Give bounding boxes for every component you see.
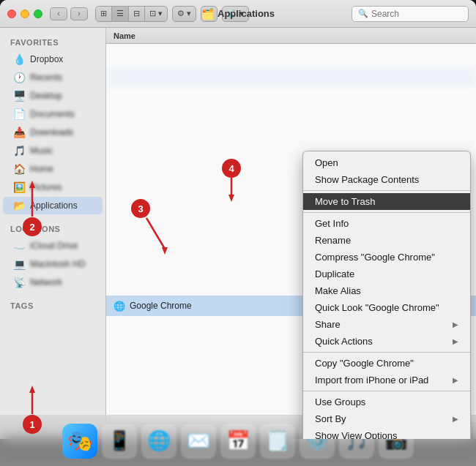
sidebar-item-network[interactable]: 📡 Network [3, 274, 103, 291]
traffic-lights [7, 10, 42, 18]
sidebar-item-music[interactable]: 🎵 Music [3, 142, 103, 159]
sidebar-item-pictures[interactable]: 🖼️ Pictures [3, 178, 103, 196]
back-button[interactable]: ‹ [50, 7, 67, 20]
sidebar-item-label: Documents [30, 109, 75, 119]
sidebar-item-recents[interactable]: 🕐 Recents [3, 69, 103, 86]
dock-app-icon: 📱 [108, 429, 131, 452]
menu-item-label: Duplicate [315, 268, 354, 279]
file-row[interactable] [106, 129, 476, 149]
dock-item-3[interactable]: ✉️ [181, 424, 216, 459]
sidebar-item-label: Desktop [30, 91, 62, 101]
menu-item-use-groups[interactable]: Use Groups [303, 394, 470, 410]
pictures-icon: 🖼️ [13, 181, 25, 193]
finder-window: ‹ › ⊞ ☰ ⊟ ⊡ ▾ ⚙ ▾ ⬆ 📡 ▾ 🗂️ Applications [0, 0, 476, 439]
menu-item-label: Quick Look "Google Chrome" [315, 302, 439, 313]
hd-icon: 💻 [13, 258, 25, 270]
recents-icon: 🕐 [13, 72, 25, 83]
dock-item-2[interactable]: 🌐 [141, 424, 176, 459]
menu-item-quick-look[interactable]: Quick Look "Google Chrome" [303, 299, 470, 316]
sidebar: Favorites 💧 Dropbox 🕐 Recents 🖥️ Desktop… [0, 28, 106, 439]
sidebar-item-applications[interactable]: 📂 Applications [3, 197, 103, 214]
maximize-button[interactable] [34, 10, 42, 18]
menu-item-trash[interactable]: Move to Trash [303, 193, 470, 210]
applications-icon: 📂 [13, 200, 25, 211]
nav-buttons: ‹ › [50, 7, 88, 20]
menu-item-duplicate[interactable]: Duplicate [303, 266, 470, 282]
submenu-arrow-icon: ▶ [453, 337, 458, 345]
downloads-icon: 📥 [13, 127, 25, 138]
file-row[interactable] [106, 67, 476, 88]
desktop-icon: 🖥️ [13, 90, 25, 102]
search-bar[interactable]: 🔍 [352, 6, 469, 22]
sidebar-item-label: Applications [30, 200, 78, 211]
dock-item-5[interactable]: 🗒️ [260, 424, 295, 459]
window-title-area: 🗂️ Applications [201, 8, 275, 20]
menu-item-label: Import from iPhone or iPad [315, 375, 428, 386]
menu-item-label: Rename [315, 235, 351, 246]
menu-item-label: Sort By [315, 413, 346, 424]
sidebar-item-documents[interactable]: 📄 Documents [3, 105, 103, 123]
sidebar-item-desktop[interactable]: 🖥️ Desktop [3, 87, 103, 105]
menu-item-label: Move to Trash [315, 196, 375, 207]
menu-item-make-alias[interactable]: Make Alias [303, 282, 470, 299]
music-icon: 🎵 [13, 145, 25, 157]
window-title: Applications [217, 8, 275, 19]
finder-icon: 🎭 [67, 429, 93, 453]
gallery-view-button[interactable]: ⊡ ▾ [145, 7, 167, 21]
search-icon: 🔍 [358, 9, 368, 18]
documents-icon: 📄 [13, 108, 25, 120]
dock-item-1[interactable]: 📱 [102, 424, 137, 459]
menu-item-label: Show Package Contents [315, 174, 419, 185]
menu-item-import[interactable]: Import from iPhone or iPad ▶ [303, 372, 470, 388]
favorites-label: Favorites [0, 34, 105, 50]
menu-item-label: Use Groups [315, 397, 365, 407]
icon-view-button[interactable]: ⊞ [96, 7, 112, 21]
menu-item-copy[interactable]: Copy "Google Chrome" [303, 355, 470, 372]
forward-button[interactable]: › [70, 7, 88, 20]
menu-item-rename[interactable]: Rename [303, 232, 470, 249]
sidebar-item-home[interactable]: 🏠 Home [3, 160, 103, 178]
folder-icon: 🗂️ [201, 8, 214, 20]
sidebar-item-dropbox[interactable]: 💧 Dropbox [3, 50, 103, 68]
view-toggle-group: ⊞ ☰ ⊟ ⊡ ▾ [95, 6, 168, 22]
menu-item-label: Get Info [315, 218, 349, 229]
menu-item-compress[interactable]: Compress "Google Chrome" [303, 249, 470, 266]
menu-item-share[interactable]: Share ▶ [303, 316, 470, 333]
sidebar-item-downloads[interactable]: 📥 Downloads [3, 124, 103, 141]
dock-item-4[interactable]: 📅 [220, 424, 256, 459]
menu-item-label: Copy "Google Chrome" [315, 358, 414, 369]
close-button[interactable] [7, 10, 16, 18]
menu-separator [303, 190, 470, 191]
sidebar-item-label: Dropbox [30, 54, 63, 64]
dock-app-icon: 📅 [226, 429, 250, 452]
menu-item-sort-by[interactable]: Sort By ▶ [303, 410, 470, 427]
menu-item-label: Show View Options [315, 430, 398, 439]
dropbox-icon: 💧 [13, 53, 25, 65]
menu-item-open[interactable]: Open [303, 154, 470, 171]
file-row[interactable] [106, 88, 476, 108]
sidebar-item-label: Macintosh HD [30, 259, 85, 269]
dock-finder[interactable]: 🎭 [62, 424, 97, 459]
file-row[interactable] [106, 108, 476, 129]
list-view-button[interactable]: ☰ [112, 7, 129, 21]
content-area: Favorites 💧 Dropbox 🕐 Recents 🖥️ Desktop… [0, 28, 476, 439]
column-view-button[interactable]: ⊟ [129, 7, 145, 21]
menu-item-quick-actions[interactable]: Quick Actions ▶ [303, 333, 470, 350]
menu-item-show-package[interactable]: Show Package Contents [303, 171, 470, 188]
search-input[interactable] [371, 9, 462, 19]
network-icon: 📡 [13, 277, 25, 288]
sidebar-item-icloud[interactable]: ☁️ iCloud Drive [3, 237, 103, 255]
menu-item-get-info[interactable]: Get Info [303, 215, 470, 232]
sidebar-item-macintosh-hd[interactable]: 💻 Macintosh HD [3, 255, 103, 273]
submenu-arrow-icon: ▶ [453, 415, 458, 423]
menu-item-view-options[interactable]: Show View Options [303, 427, 470, 439]
sidebar-item-label: Network [30, 277, 62, 288]
chrome-icon: 🌐 [114, 301, 125, 312]
minimize-button[interactable] [21, 10, 29, 18]
name-column-header: Name [114, 31, 135, 40]
menu-separator [303, 212, 470, 213]
file-list-area: Name 🌐 Google Chrome [106, 28, 476, 439]
gear-button[interactable]: ⚙ ▾ [173, 7, 196, 21]
file-row[interactable] [106, 47, 476, 67]
action-group: ⚙ ▾ [172, 6, 196, 22]
